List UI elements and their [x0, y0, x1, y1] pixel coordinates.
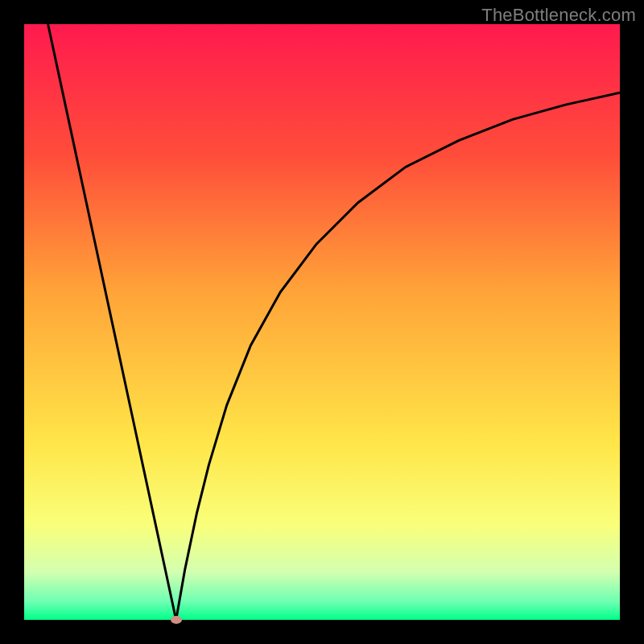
curve-left-branch — [48, 24, 176, 620]
chart-frame: TheBottleneck.com — [0, 0, 644, 644]
bottleneck-curve — [24, 24, 620, 620]
watermark-text: TheBottleneck.com — [481, 5, 636, 26]
optimum-marker — [171, 616, 182, 624]
curve-right-branch — [176, 93, 620, 620]
